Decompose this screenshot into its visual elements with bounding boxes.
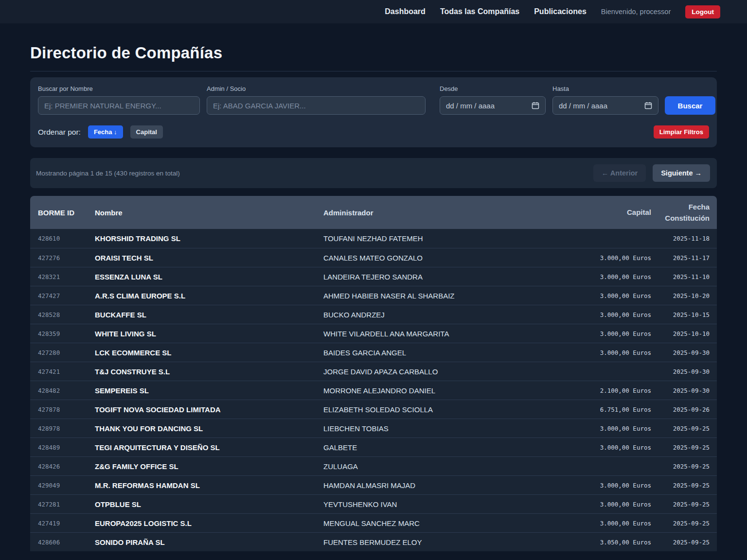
table-body: 428610 KHORSHID TRADING SL TOUFANI NEZHA… <box>30 229 717 551</box>
table-row[interactable]: 428482 SEMPEREIS SL MORRONE ALEJANDRO DA… <box>30 381 717 400</box>
cell-date: 2025-10-20 <box>651 292 717 299</box>
search-button-wrap: Buscar <box>665 85 715 115</box>
sort-fecha-button[interactable]: Fecha ↓ <box>88 125 123 139</box>
date-from-input[interactable]: dd / mm / aaaa <box>440 96 546 115</box>
cell-administrator: CANALES MATEO GONZALO <box>323 254 559 262</box>
admin-search-input[interactable] <box>207 96 426 115</box>
sort-by-label: Ordenar por: <box>38 128 81 137</box>
cell-date: 2025-09-30 <box>651 387 717 394</box>
search-button[interactable]: Buscar <box>665 96 715 115</box>
header-borme-id: BORME ID <box>30 209 95 217</box>
cell-date: 2025-11-18 <box>651 235 717 242</box>
cell-borme-id: 428482 <box>30 387 95 394</box>
name-filter-label: Buscar por Nombre <box>38 85 200 92</box>
table-row[interactable]: 427421 T&J CONSTRUYE S.L JORGE DAVID APA… <box>30 362 717 381</box>
cell-administrator: LIEBCHEN TOBIAS <box>323 424 559 433</box>
cell-borme-id: 428606 <box>30 539 95 546</box>
calendar-icon[interactable] <box>644 102 652 109</box>
cell-company-name: ORAISI TECH SL <box>95 254 323 262</box>
table-row[interactable]: 428321 ESSENZA LUNA SL LANDEIRA TEJERO S… <box>30 267 717 286</box>
header-fecha-constitucion: Fecha Constitución <box>651 201 717 224</box>
cell-borme-id: 428359 <box>30 330 95 337</box>
table-header-row: BORME ID Nombre Administrador Capital Fe… <box>30 196 717 229</box>
cell-borme-id: 427276 <box>30 254 95 262</box>
cell-capital: 3.000,00 Euros <box>559 292 651 299</box>
table-row[interactable]: 429049 M.R. REFORMAS HAMDAN SL HAMDAN AL… <box>30 475 717 494</box>
cell-administrator: AHMED HABIEB NASER AL SHARBAIZ <box>323 292 559 300</box>
sort-row: Ordenar por: Fecha ↓ Capital Limpiar Fil… <box>38 125 709 139</box>
cell-company-name: LCK ECOMMERCE SL <box>95 349 323 357</box>
table-row[interactable]: 428489 TEGI ARQUITECTURA Y DISEÑO SL GAL… <box>30 438 717 456</box>
table-row[interactable]: 428528 BUCKAFFE SL BUCKO ANDRZEJ 3.000,0… <box>30 305 717 324</box>
table-row[interactable]: 428978 THANK YOU FOR DANCING SL LIEBCHEN… <box>30 419 717 438</box>
table-row[interactable]: 428426 Z&G FAMILY OFFICE SL ZULUAGA 2025… <box>30 456 717 475</box>
name-search-input[interactable] <box>38 96 200 115</box>
date-to-input[interactable]: dd / mm / aaaa <box>552 96 658 115</box>
cell-date: 2025-09-25 <box>651 444 717 451</box>
date-to-label: Hasta <box>552 85 658 92</box>
cell-capital: 3.000,00 Euros <box>559 273 651 280</box>
cell-administrator: FUENTES BERMUDEZ ELOY <box>323 538 559 546</box>
cell-company-name: Z&G FAMILY OFFICE SL <box>95 462 323 471</box>
header-capital: Capital <box>559 207 651 218</box>
table-row[interactable]: 427878 TOGIFT NOVA SOCIEDAD LIMITADA ELI… <box>30 400 717 419</box>
cell-date: 2025-09-30 <box>651 349 717 356</box>
header-administrador: Administrador <box>323 209 559 217</box>
table-row[interactable]: 427276 ORAISI TECH SL CANALES MATEO GONZ… <box>30 248 717 267</box>
name-filter-field: Buscar por Nombre <box>38 85 200 115</box>
cell-administrator: JORGE DAVID APAZA CARBALLO <box>323 368 559 376</box>
cell-capital: 3.000,00 Euros <box>559 349 651 356</box>
cell-capital: 3.000,00 Euros <box>559 444 651 451</box>
cell-administrator: MORRONE ALEJANDRO DANIEL <box>323 386 559 395</box>
cell-company-name: BUCKAFFE SL <box>95 311 323 319</box>
top-navbar: Dashboard Todas las Compañías Publicacio… <box>0 0 747 23</box>
nav-item-todas-las-companias[interactable]: Todas las Compañías <box>440 7 519 16</box>
welcome-text: Bienvenido, processor <box>601 8 671 16</box>
cell-capital: 2.100,00 Euros <box>559 387 651 394</box>
filter-panel: Buscar por Nombre Admin / Socio Desde dd… <box>30 77 717 147</box>
cell-company-name: T&J CONSTRUYE S.L <box>95 368 323 376</box>
pagination-bar: Mostrando página 1 de 15 (430 registros … <box>30 158 717 188</box>
cell-capital: 3.000,00 Euros <box>559 501 651 508</box>
cell-date: 2025-09-25 <box>651 539 717 546</box>
clear-filters-button[interactable]: Limpiar Filtros <box>654 125 709 139</box>
table-row[interactable]: 427281 OTPBLUE SL YEVTUSHENKO IVAN 3.000… <box>30 494 717 513</box>
nav-item-publicaciones[interactable]: Publicaciones <box>534 7 587 16</box>
pagination-status: Mostrando página 1 de 15 (430 registros … <box>36 170 180 177</box>
cell-administrator: ELIZABETH SOLEDAD SCIOLLA <box>323 405 559 414</box>
cell-borme-id: 428610 <box>30 235 95 242</box>
logout-button[interactable]: Logout <box>685 5 720 18</box>
admin-filter-label: Admin / Socio <box>207 85 433 92</box>
table-row[interactable]: 427419 EUROPA2025 LOGISTIC S.L MENGUAL S… <box>30 513 717 532</box>
cell-date: 2025-10-15 <box>651 311 717 318</box>
cell-date: 2025-11-17 <box>651 254 717 262</box>
date-from-field: Desde dd / mm / aaaa <box>440 85 546 115</box>
cell-borme-id: 427281 <box>30 501 95 508</box>
cell-date: 2025-09-25 <box>651 425 717 432</box>
cell-administrator: YEVTUSHENKO IVAN <box>323 500 559 508</box>
cell-company-name: KHORSHID TRADING SL <box>95 234 323 243</box>
cell-date: 2025-09-25 <box>651 463 717 470</box>
next-page-button[interactable]: Siguiente → <box>653 164 710 182</box>
nav-item-dashboard[interactable]: Dashboard <box>385 7 426 16</box>
sort-capital-button[interactable]: Capital <box>130 125 163 139</box>
cell-company-name: THANK YOU FOR DANCING SL <box>95 424 323 433</box>
cell-company-name: M.R. REFORMAS HAMDAN SL <box>95 481 323 490</box>
table-row[interactable]: 428359 WHITE LIVING SL WHITE VILARDELL A… <box>30 324 717 343</box>
table-row[interactable]: 427427 A.R.S CLIMA EUROPE S.L AHMED HABI… <box>30 286 717 305</box>
cell-administrator: BUCKO ANDRZEJ <box>323 311 559 319</box>
cell-company-name: A.R.S CLIMA EUROPE S.L <box>95 292 323 300</box>
cell-borme-id: 428528 <box>30 311 95 318</box>
cell-company-name: TEGI ARQUITECTURA Y DISEÑO SL <box>95 443 323 452</box>
cell-capital: 3.000,00 Euros <box>559 425 651 432</box>
table-row[interactable]: 428606 SONIDO PIRAÑA SL FUENTES BERMUDEZ… <box>30 532 717 551</box>
cell-company-name: SEMPEREIS SL <box>95 386 323 395</box>
table-row[interactable]: 428610 KHORSHID TRADING SL TOUFANI NEZHA… <box>30 229 717 248</box>
cell-administrator: BAIDES GARCIA ANGEL <box>323 349 559 357</box>
cell-capital: 3.000,00 Euros <box>559 520 651 527</box>
calendar-icon[interactable] <box>532 102 539 109</box>
previous-page-button[interactable]: ← Anterior <box>593 164 646 182</box>
cell-company-name: WHITE LIVING SL <box>95 330 323 338</box>
table-row[interactable]: 427280 LCK ECOMMERCE SL BAIDES GARCIA AN… <box>30 343 717 362</box>
cell-company-name: ESSENZA LUNA SL <box>95 273 323 281</box>
